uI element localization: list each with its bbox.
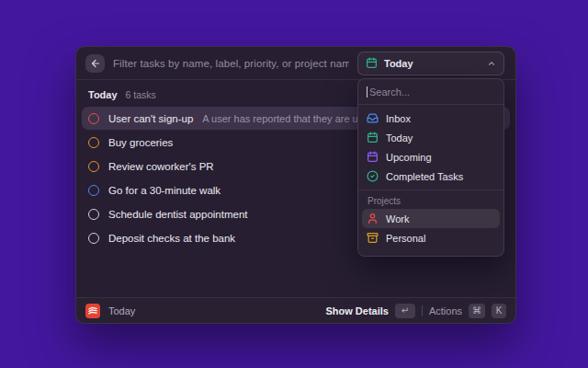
task-title: Buy groceries bbox=[108, 137, 173, 148]
view-dropdown-panel: Search... Inbox Today Upcoming bbox=[357, 78, 504, 257]
section-title: Today bbox=[88, 89, 118, 100]
dropdown-search-placeholder: Search... bbox=[369, 86, 410, 98]
dropdown-item-project-work[interactable]: Work bbox=[362, 209, 500, 228]
view-selector-button[interactable]: Today bbox=[357, 52, 504, 75]
dropdown-item-label: Work bbox=[386, 213, 409, 224]
calendar-icon bbox=[367, 132, 379, 144]
task-title: User can't sign-up bbox=[108, 113, 193, 124]
dropdown-item-label: Personal bbox=[386, 233, 425, 244]
text-caret bbox=[367, 86, 368, 98]
arrow-left-icon bbox=[90, 58, 101, 69]
command-palette-window: Filter tasks by name, label, priority, o… bbox=[75, 46, 516, 324]
statusbar-context: Today bbox=[108, 305, 135, 316]
k-key-badge: K bbox=[492, 304, 506, 318]
task-title: Review coworker's PR bbox=[108, 161, 214, 172]
show-details-action[interactable]: Show Details bbox=[325, 305, 388, 316]
user-icon bbox=[367, 213, 379, 224]
return-key-badge: ↵ bbox=[395, 304, 415, 318]
calendar-icon bbox=[367, 151, 379, 163]
archive-icon bbox=[367, 232, 379, 244]
projects-section-label: Projects bbox=[358, 190, 503, 209]
topbar: Filter tasks by name, label, priority, o… bbox=[76, 47, 515, 80]
inbox-icon bbox=[367, 112, 379, 124]
dropdown-item-upcoming[interactable]: Upcoming bbox=[362, 147, 500, 167]
statusbar: Today Show Details ↵ Actions ⌘ K bbox=[76, 297, 515, 323]
views-group: Inbox Today Upcoming Completed Tasks bbox=[358, 105, 503, 190]
divider bbox=[422, 305, 423, 316]
dropdown-search-input[interactable]: Search... bbox=[358, 79, 503, 104]
dropdown-item-label: Completed Tasks bbox=[386, 171, 463, 182]
circle-check-icon bbox=[367, 170, 379, 182]
todoist-logo-icon bbox=[85, 304, 100, 318]
filter-input[interactable]: Filter tasks by name, label, priority, o… bbox=[113, 58, 349, 69]
back-button[interactable] bbox=[85, 54, 105, 73]
calendar-icon bbox=[366, 57, 378, 69]
task-checkbox[interactable] bbox=[88, 161, 99, 172]
command-key-badge: ⌘ bbox=[469, 304, 485, 318]
task-title: Schedule dentist appointment bbox=[108, 209, 248, 220]
task-checkbox[interactable] bbox=[88, 137, 99, 148]
task-checkbox[interactable] bbox=[88, 113, 99, 124]
chevron-up-icon bbox=[487, 59, 496, 68]
section-count: 6 tasks bbox=[126, 89, 156, 100]
dropdown-item-inbox[interactable]: Inbox bbox=[362, 109, 500, 128]
dropdown-item-project-personal[interactable]: Personal bbox=[362, 228, 500, 247]
projects-group: Work Personal bbox=[358, 209, 503, 251]
task-checkbox[interactable] bbox=[88, 185, 99, 196]
dropdown-item-label: Today bbox=[386, 132, 413, 144]
view-selector-label: Today bbox=[384, 58, 413, 69]
dropdown-item-label: Inbox bbox=[386, 113, 411, 124]
dropdown-item-completed-tasks[interactable]: Completed Tasks bbox=[362, 167, 500, 186]
task-checkbox[interactable] bbox=[88, 233, 99, 244]
dropdown-item-today[interactable]: Today bbox=[362, 128, 500, 147]
actions-menu-button[interactable]: Actions bbox=[429, 305, 462, 316]
task-title: Go for a 30-minute walk bbox=[108, 185, 220, 196]
task-title: Deposit checks at the bank bbox=[108, 233, 235, 244]
statusbar-actions: Show Details ↵ Actions ⌘ K bbox=[325, 304, 506, 318]
task-checkbox[interactable] bbox=[88, 209, 99, 220]
dropdown-item-label: Upcoming bbox=[386, 152, 432, 163]
